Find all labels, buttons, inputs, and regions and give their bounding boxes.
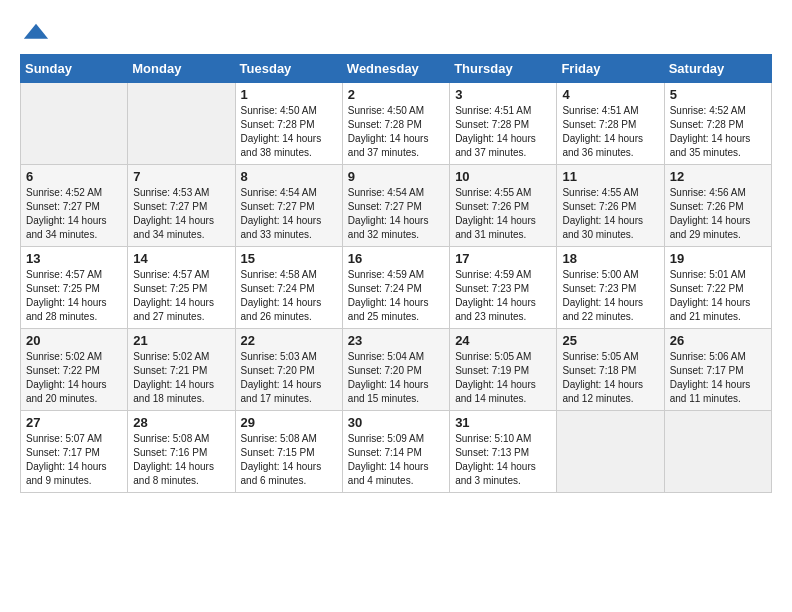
calendar-cell: 24Sunrise: 5:05 AM Sunset: 7:19 PM Dayli…: [450, 329, 557, 411]
day-number: 7: [133, 169, 229, 184]
calendar-cell: 20Sunrise: 5:02 AM Sunset: 7:22 PM Dayli…: [21, 329, 128, 411]
calendar-cell: 19Sunrise: 5:01 AM Sunset: 7:22 PM Dayli…: [664, 247, 771, 329]
day-number: 10: [455, 169, 551, 184]
calendar-cell: 29Sunrise: 5:08 AM Sunset: 7:15 PM Dayli…: [235, 411, 342, 493]
day-info: Sunrise: 4:53 AM Sunset: 7:27 PM Dayligh…: [133, 186, 229, 242]
calendar-table: SundayMondayTuesdayWednesdayThursdayFrid…: [20, 54, 772, 493]
day-info: Sunrise: 4:52 AM Sunset: 7:27 PM Dayligh…: [26, 186, 122, 242]
calendar-cell: 5Sunrise: 4:52 AM Sunset: 7:28 PM Daylig…: [664, 83, 771, 165]
day-number: 28: [133, 415, 229, 430]
calendar-header-row: SundayMondayTuesdayWednesdayThursdayFrid…: [21, 55, 772, 83]
calendar-cell: 10Sunrise: 4:55 AM Sunset: 7:26 PM Dayli…: [450, 165, 557, 247]
calendar-cell: 21Sunrise: 5:02 AM Sunset: 7:21 PM Dayli…: [128, 329, 235, 411]
day-number: 25: [562, 333, 658, 348]
day-number: 23: [348, 333, 444, 348]
day-number: 11: [562, 169, 658, 184]
day-info: Sunrise: 5:00 AM Sunset: 7:23 PM Dayligh…: [562, 268, 658, 324]
day-info: Sunrise: 4:50 AM Sunset: 7:28 PM Dayligh…: [241, 104, 337, 160]
calendar-week-row: 1Sunrise: 4:50 AM Sunset: 7:28 PM Daylig…: [21, 83, 772, 165]
day-number: 8: [241, 169, 337, 184]
day-number: 26: [670, 333, 766, 348]
day-info: Sunrise: 4:59 AM Sunset: 7:24 PM Dayligh…: [348, 268, 444, 324]
day-info: Sunrise: 4:57 AM Sunset: 7:25 PM Dayligh…: [133, 268, 229, 324]
calendar-cell: 27Sunrise: 5:07 AM Sunset: 7:17 PM Dayli…: [21, 411, 128, 493]
weekday-header: Thursday: [450, 55, 557, 83]
calendar-cell: [128, 83, 235, 165]
calendar-cell: 28Sunrise: 5:08 AM Sunset: 7:16 PM Dayli…: [128, 411, 235, 493]
calendar-cell: 31Sunrise: 5:10 AM Sunset: 7:13 PM Dayli…: [450, 411, 557, 493]
day-info: Sunrise: 5:06 AM Sunset: 7:17 PM Dayligh…: [670, 350, 766, 406]
logo-icon: [22, 20, 50, 48]
day-info: Sunrise: 4:51 AM Sunset: 7:28 PM Dayligh…: [562, 104, 658, 160]
day-info: Sunrise: 4:58 AM Sunset: 7:24 PM Dayligh…: [241, 268, 337, 324]
calendar-cell: 15Sunrise: 4:58 AM Sunset: 7:24 PM Dayli…: [235, 247, 342, 329]
calendar-cell: 7Sunrise: 4:53 AM Sunset: 7:27 PM Daylig…: [128, 165, 235, 247]
day-number: 31: [455, 415, 551, 430]
day-number: 6: [26, 169, 122, 184]
day-number: 22: [241, 333, 337, 348]
day-info: Sunrise: 4:54 AM Sunset: 7:27 PM Dayligh…: [348, 186, 444, 242]
calendar-cell: 30Sunrise: 5:09 AM Sunset: 7:14 PM Dayli…: [342, 411, 449, 493]
day-info: Sunrise: 5:04 AM Sunset: 7:20 PM Dayligh…: [348, 350, 444, 406]
calendar-cell: 23Sunrise: 5:04 AM Sunset: 7:20 PM Dayli…: [342, 329, 449, 411]
weekday-header: Saturday: [664, 55, 771, 83]
day-info: Sunrise: 5:09 AM Sunset: 7:14 PM Dayligh…: [348, 432, 444, 488]
weekday-header: Wednesday: [342, 55, 449, 83]
day-number: 2: [348, 87, 444, 102]
logo: [20, 20, 50, 44]
day-info: Sunrise: 4:52 AM Sunset: 7:28 PM Dayligh…: [670, 104, 766, 160]
day-number: 29: [241, 415, 337, 430]
day-info: Sunrise: 4:56 AM Sunset: 7:26 PM Dayligh…: [670, 186, 766, 242]
calendar-cell: 14Sunrise: 4:57 AM Sunset: 7:25 PM Dayli…: [128, 247, 235, 329]
day-number: 18: [562, 251, 658, 266]
day-info: Sunrise: 5:02 AM Sunset: 7:22 PM Dayligh…: [26, 350, 122, 406]
day-number: 24: [455, 333, 551, 348]
day-info: Sunrise: 4:51 AM Sunset: 7:28 PM Dayligh…: [455, 104, 551, 160]
day-info: Sunrise: 5:08 AM Sunset: 7:16 PM Dayligh…: [133, 432, 229, 488]
day-info: Sunrise: 5:02 AM Sunset: 7:21 PM Dayligh…: [133, 350, 229, 406]
day-number: 1: [241, 87, 337, 102]
weekday-header: Monday: [128, 55, 235, 83]
weekday-header: Friday: [557, 55, 664, 83]
day-info: Sunrise: 4:59 AM Sunset: 7:23 PM Dayligh…: [455, 268, 551, 324]
calendar-cell: 13Sunrise: 4:57 AM Sunset: 7:25 PM Dayli…: [21, 247, 128, 329]
calendar-cell: 26Sunrise: 5:06 AM Sunset: 7:17 PM Dayli…: [664, 329, 771, 411]
day-info: Sunrise: 5:03 AM Sunset: 7:20 PM Dayligh…: [241, 350, 337, 406]
day-info: Sunrise: 5:05 AM Sunset: 7:19 PM Dayligh…: [455, 350, 551, 406]
svg-marker-0: [24, 24, 48, 39]
calendar-cell: 2Sunrise: 4:50 AM Sunset: 7:28 PM Daylig…: [342, 83, 449, 165]
calendar-cell: 11Sunrise: 4:55 AM Sunset: 7:26 PM Dayli…: [557, 165, 664, 247]
calendar-cell: 22Sunrise: 5:03 AM Sunset: 7:20 PM Dayli…: [235, 329, 342, 411]
day-info: Sunrise: 4:50 AM Sunset: 7:28 PM Dayligh…: [348, 104, 444, 160]
day-number: 19: [670, 251, 766, 266]
day-info: Sunrise: 5:10 AM Sunset: 7:13 PM Dayligh…: [455, 432, 551, 488]
day-info: Sunrise: 4:55 AM Sunset: 7:26 PM Dayligh…: [455, 186, 551, 242]
calendar-cell: 3Sunrise: 4:51 AM Sunset: 7:28 PM Daylig…: [450, 83, 557, 165]
calendar-cell: 17Sunrise: 4:59 AM Sunset: 7:23 PM Dayli…: [450, 247, 557, 329]
calendar-cell: 16Sunrise: 4:59 AM Sunset: 7:24 PM Dayli…: [342, 247, 449, 329]
calendar-cell: 4Sunrise: 4:51 AM Sunset: 7:28 PM Daylig…: [557, 83, 664, 165]
weekday-header: Sunday: [21, 55, 128, 83]
calendar-week-row: 13Sunrise: 4:57 AM Sunset: 7:25 PM Dayli…: [21, 247, 772, 329]
day-info: Sunrise: 4:57 AM Sunset: 7:25 PM Dayligh…: [26, 268, 122, 324]
calendar-week-row: 6Sunrise: 4:52 AM Sunset: 7:27 PM Daylig…: [21, 165, 772, 247]
day-info: Sunrise: 5:07 AM Sunset: 7:17 PM Dayligh…: [26, 432, 122, 488]
weekday-header: Tuesday: [235, 55, 342, 83]
day-number: 17: [455, 251, 551, 266]
page-header: [20, 20, 772, 44]
day-info: Sunrise: 4:55 AM Sunset: 7:26 PM Dayligh…: [562, 186, 658, 242]
calendar-week-row: 20Sunrise: 5:02 AM Sunset: 7:22 PM Dayli…: [21, 329, 772, 411]
day-number: 5: [670, 87, 766, 102]
day-number: 13: [26, 251, 122, 266]
day-number: 15: [241, 251, 337, 266]
day-number: 3: [455, 87, 551, 102]
calendar-cell: [664, 411, 771, 493]
calendar-cell: 18Sunrise: 5:00 AM Sunset: 7:23 PM Dayli…: [557, 247, 664, 329]
day-number: 27: [26, 415, 122, 430]
day-info: Sunrise: 5:01 AM Sunset: 7:22 PM Dayligh…: [670, 268, 766, 324]
calendar-week-row: 27Sunrise: 5:07 AM Sunset: 7:17 PM Dayli…: [21, 411, 772, 493]
day-number: 16: [348, 251, 444, 266]
calendar-cell: 25Sunrise: 5:05 AM Sunset: 7:18 PM Dayli…: [557, 329, 664, 411]
day-number: 21: [133, 333, 229, 348]
day-number: 14: [133, 251, 229, 266]
